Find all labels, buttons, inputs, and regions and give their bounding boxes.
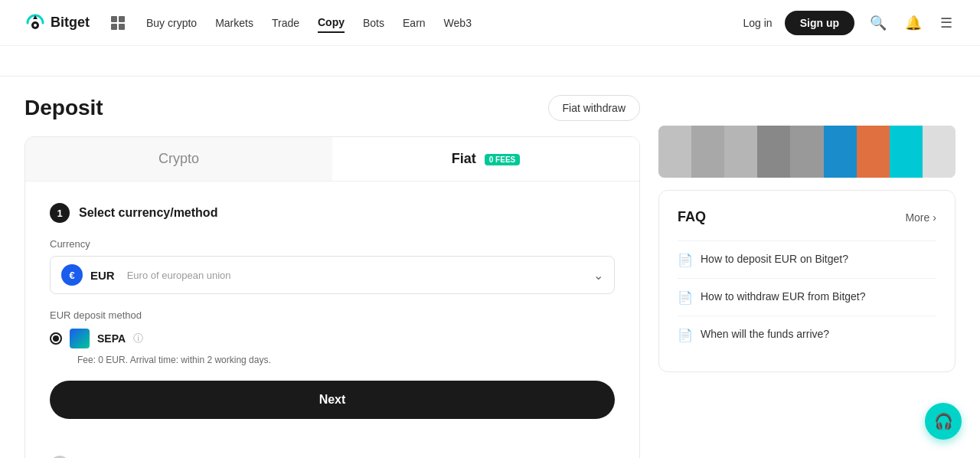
sepa-radio[interactable]: [50, 332, 62, 345]
faq-header: FAQ More ›: [678, 209, 936, 225]
right-panel: FAQ More › 📄 How to deposit EUR on Bitge…: [658, 77, 956, 458]
faq-card: FAQ More › 📄 How to deposit EUR on Bitge…: [658, 190, 956, 372]
currency-name: EUR: [90, 269, 115, 282]
step2-row: 2 Enter amount: [25, 440, 639, 458]
sepa-logo-icon: [70, 329, 90, 348]
nav-copy[interactable]: Copy: [318, 13, 345, 33]
eur-currency-icon: €: [61, 264, 83, 286]
sepa-method-name: SEPA: [97, 332, 126, 345]
currency-select[interactable]: € EUR Euro of european union ⌄: [50, 256, 615, 294]
tab-fiat[interactable]: Fiat 0 FEES: [332, 137, 639, 181]
tab-crypto[interactable]: Crypto: [25, 137, 332, 181]
headphones-icon: 🎧: [934, 412, 953, 430]
signup-button[interactable]: Sign up: [785, 11, 854, 35]
bitget-logo-icon: [24, 12, 46, 34]
bell-icon: 🔔: [905, 15, 922, 31]
nav-bots[interactable]: Bots: [363, 14, 384, 32]
top-nav-strip: [0, 46, 980, 77]
left-panel: Deposit Fiat withdraw Crypto Fiat 0 FEES…: [24, 77, 640, 458]
page-title: Deposit: [24, 96, 103, 120]
banner-seg-8: [890, 126, 923, 178]
step1-header: 1 Select currency/method: [50, 203, 615, 223]
faq-item-2[interactable]: 📄 When will the funds arrive?: [678, 316, 936, 353]
faq-item-0-text: How to deposit EUR on Bitget?: [701, 252, 848, 267]
support-fab[interactable]: 🎧: [925, 403, 962, 440]
faq-item-2-text: When will the funds arrive?: [701, 327, 829, 342]
banner-seg-2: [691, 126, 724, 178]
hamburger-icon: ☰: [940, 15, 952, 31]
menu-button[interactable]: ☰: [937, 11, 956, 34]
fee-info: Fee: 0 EUR. Arrival time: within 2 worki…: [77, 355, 615, 365]
navbar-left: Bitget Buy crypto Markets Trade Copy Bot…: [24, 12, 472, 34]
faq-item-0[interactable]: 📄 How to deposit EUR on Bitget?: [678, 240, 936, 278]
notification-button[interactable]: 🔔: [902, 11, 925, 34]
page-header: Deposit Fiat withdraw: [24, 77, 640, 136]
search-button[interactable]: 🔍: [867, 11, 890, 34]
navbar: Bitget Buy crypto Markets Trade Copy Bot…: [0, 0, 980, 46]
fiat-fees-badge: 0 FEES: [485, 154, 520, 165]
banner-seg-4: [757, 126, 790, 178]
banner-seg-7: [857, 126, 890, 178]
nav-buy-crypto[interactable]: Buy crypto: [146, 14, 197, 32]
radio-dot: [53, 335, 59, 342]
fiat-withdraw-button[interactable]: Fiat withdraw: [548, 95, 640, 121]
banner-seg-6: [824, 126, 857, 178]
chevron-down-icon: ⌄: [593, 268, 603, 283]
deposit-method-label: EUR deposit method: [50, 309, 615, 321]
faq-title: FAQ: [678, 209, 706, 225]
nav-earn[interactable]: Earn: [403, 14, 426, 32]
method-option-sepa[interactable]: SEPA ⓘ: [50, 329, 615, 348]
svg-point-1: [34, 24, 37, 27]
currency-left: € EUR Euro of european union: [61, 264, 231, 286]
currency-label: Currency: [50, 238, 615, 250]
navbar-right: Log in Sign up 🔍 🔔 ☰: [743, 11, 956, 35]
banner-image: [658, 126, 956, 178]
banner-seg-1: [658, 126, 691, 178]
banner-seg-3: [724, 126, 757, 178]
search-icon: 🔍: [870, 15, 887, 31]
form-body: 1 Select currency/method Currency € EUR …: [25, 182, 639, 440]
chevron-right-icon: ›: [933, 211, 936, 224]
document-icon-0: 📄: [678, 253, 693, 267]
content-area: Deposit Fiat withdraw Crypto Fiat 0 FEES…: [0, 77, 980, 458]
nav-web3[interactable]: Web3: [444, 14, 472, 32]
currency-description: Euro of european union: [127, 270, 231, 281]
deposit-card: Crypto Fiat 0 FEES 1 Select currency/met…: [24, 136, 640, 458]
login-button[interactable]: Log in: [743, 17, 773, 29]
next-button[interactable]: Next: [50, 381, 615, 419]
logo[interactable]: Bitget: [24, 12, 90, 34]
nav-markets[interactable]: Markets: [215, 14, 253, 32]
info-icon[interactable]: ⓘ: [133, 332, 143, 345]
faq-item-1[interactable]: 📄 How to withdraw EUR from Bitget?: [678, 278, 936, 316]
tab-row: Crypto Fiat 0 FEES: [25, 137, 639, 182]
step1-badge: 1: [50, 203, 70, 223]
nav-links: Buy crypto Markets Trade Copy Bots Earn …: [146, 13, 472, 33]
nav-trade[interactable]: Trade: [272, 14, 299, 32]
banner-seg-9: [923, 126, 956, 178]
faq-more-button[interactable]: More ›: [905, 211, 936, 224]
document-icon-1: 📄: [678, 290, 693, 305]
grid-icon[interactable]: [111, 16, 125, 30]
faq-item-1-text: How to withdraw EUR from Bitget?: [701, 290, 866, 305]
document-icon-2: 📄: [678, 328, 693, 342]
banner-seg-5: [790, 126, 823, 178]
step1-title: Select currency/method: [79, 206, 217, 220]
